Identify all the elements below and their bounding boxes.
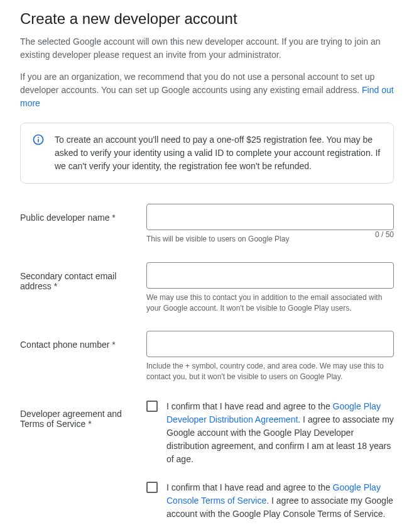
dev-name-counter: 0 / 50	[375, 230, 394, 245]
checkbox-row-distribution: I confirm that I have read and agree to …	[146, 400, 394, 466]
check1-prefix: I confirm that I have read and agree to …	[166, 401, 333, 411]
info-box: To create an account you'll need to pay …	[20, 123, 394, 184]
agreement-label: Developer agreement and Terms of Service…	[20, 400, 136, 429]
intro-paragraph-2: If you are an organization, we recommend…	[20, 70, 394, 110]
intro-paragraph-1: The selected Google account will own thi…	[20, 35, 394, 62]
field-row-phone: Contact phone number * Include the + sym…	[20, 331, 394, 382]
dev-name-input[interactable]	[146, 204, 394, 230]
intro-text-2: If you are an organization, we recommend…	[20, 72, 374, 95]
field-row-contact-email: Secondary contact email address * We may…	[20, 262, 394, 314]
distribution-agreement-checkbox[interactable]	[146, 401, 158, 412]
field-row-dev-name: Public developer name * This will be vis…	[20, 204, 394, 245]
field-row-agreement: Developer agreement and Terms of Service…	[20, 400, 394, 521]
contact-email-input[interactable]	[146, 262, 394, 289]
tos-checkbox[interactable]	[146, 482, 158, 493]
distribution-agreement-text: I confirm that I have read and agree to …	[166, 400, 394, 466]
dev-name-label: Public developer name *	[20, 204, 136, 223]
phone-input[interactable]	[146, 331, 394, 357]
check2-prefix: I confirm that I have read and agree to …	[166, 482, 333, 492]
page-title: Create a new developer account	[20, 10, 394, 28]
contact-email-helper: We may use this to contact you in additi…	[146, 292, 394, 314]
checkbox-row-tos: I confirm that I have read and agree to …	[146, 481, 394, 521]
contact-email-label: Secondary contact email address *	[20, 262, 136, 291]
phone-helper: Include the + symbol, country code, and …	[146, 361, 394, 382]
tos-text: I confirm that I have read and agree to …	[166, 481, 394, 521]
info-box-text: To create an account you'll need to pay …	[55, 133, 382, 173]
dev-name-helper: This will be visible to users on Google …	[146, 234, 289, 245]
phone-label: Contact phone number *	[20, 331, 136, 350]
info-icon	[32, 133, 45, 173]
